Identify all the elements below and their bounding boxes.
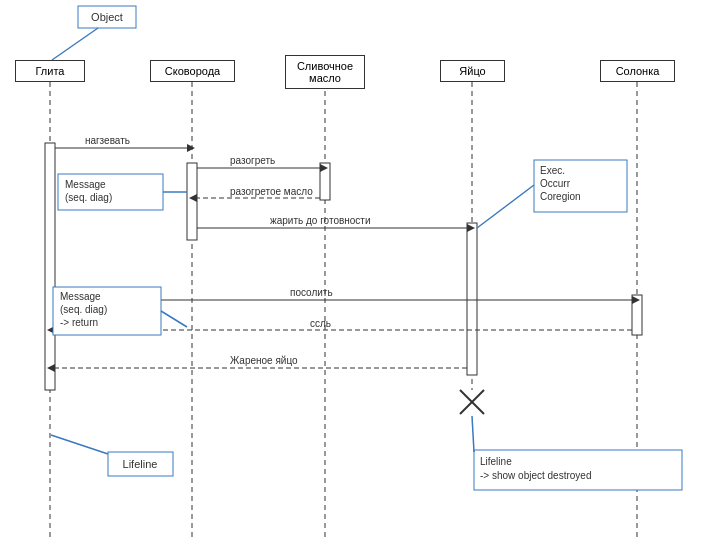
svg-marker-13 xyxy=(320,164,328,172)
svg-marker-23 xyxy=(47,364,55,372)
object-maslo-label: Сливочное масло xyxy=(297,60,353,84)
svg-line-31 xyxy=(460,390,484,414)
svg-text:(seq. diag): (seq. diag) xyxy=(60,304,107,315)
sequence-diagram: нагзевать разогреть разогретое масло жар… xyxy=(0,0,720,540)
svg-line-56 xyxy=(472,416,474,452)
svg-text:разогреть: разогреть xyxy=(230,155,275,166)
svg-rect-53 xyxy=(474,450,682,490)
svg-rect-40 xyxy=(53,287,161,335)
svg-line-52 xyxy=(51,435,108,454)
svg-text:Occurr: Occurr xyxy=(540,178,571,189)
svg-text:Жареное яйцо: Жареное яйцо xyxy=(230,355,298,366)
object-skovoroda-label: Сковорода xyxy=(165,65,220,77)
object-yaitso: Яйцо xyxy=(440,60,505,82)
svg-rect-6 xyxy=(187,163,197,240)
svg-text:Object: Object xyxy=(91,11,123,23)
svg-rect-50 xyxy=(108,452,173,476)
svg-text:Message: Message xyxy=(65,179,106,190)
svg-rect-7 xyxy=(320,163,330,200)
svg-rect-45 xyxy=(534,160,627,212)
svg-line-44 xyxy=(161,311,187,327)
object-glita: Глита xyxy=(15,60,85,82)
object-glita-label: Глита xyxy=(36,65,65,77)
object-solonka-label: Солонка xyxy=(616,65,660,77)
svg-text:Lifeline: Lifeline xyxy=(480,456,512,467)
svg-rect-9 xyxy=(632,295,642,335)
svg-rect-5 xyxy=(45,143,55,390)
svg-marker-19 xyxy=(632,296,640,304)
object-solonka: Солонка xyxy=(600,60,675,82)
svg-text:(seq. diag): (seq. diag) xyxy=(65,192,112,203)
svg-line-49 xyxy=(477,185,534,228)
svg-text:жарить до готовности: жарить до готовности xyxy=(270,215,371,226)
object-yaitso-label: Яйцо xyxy=(459,65,485,77)
svg-line-32 xyxy=(460,390,484,414)
svg-text:ссль: ссль xyxy=(310,318,331,329)
svg-text:нагзевать: нагзевать xyxy=(85,135,130,146)
svg-text:Lifeline: Lifeline xyxy=(123,458,158,470)
svg-text:Coregion: Coregion xyxy=(540,191,581,202)
svg-text:Exec.: Exec. xyxy=(540,165,565,176)
svg-text:разогретое масло: разогретое масло xyxy=(230,186,313,197)
svg-rect-8 xyxy=(467,223,477,375)
svg-rect-33 xyxy=(78,6,136,28)
svg-rect-36 xyxy=(58,174,163,210)
svg-text:-> return: -> return xyxy=(60,317,98,328)
svg-marker-17 xyxy=(467,224,475,232)
svg-text:посолить: посолить xyxy=(290,287,333,298)
svg-text:-> show object destroyed: -> show object destroyed xyxy=(480,470,591,481)
svg-marker-15 xyxy=(189,194,197,202)
object-maslo: Сливочное масло xyxy=(285,55,365,89)
object-skovoroda: Сковорода xyxy=(150,60,235,82)
svg-marker-21 xyxy=(47,326,55,334)
svg-marker-11 xyxy=(187,144,195,152)
svg-text:Message: Message xyxy=(60,291,101,302)
svg-line-35 xyxy=(52,28,98,60)
